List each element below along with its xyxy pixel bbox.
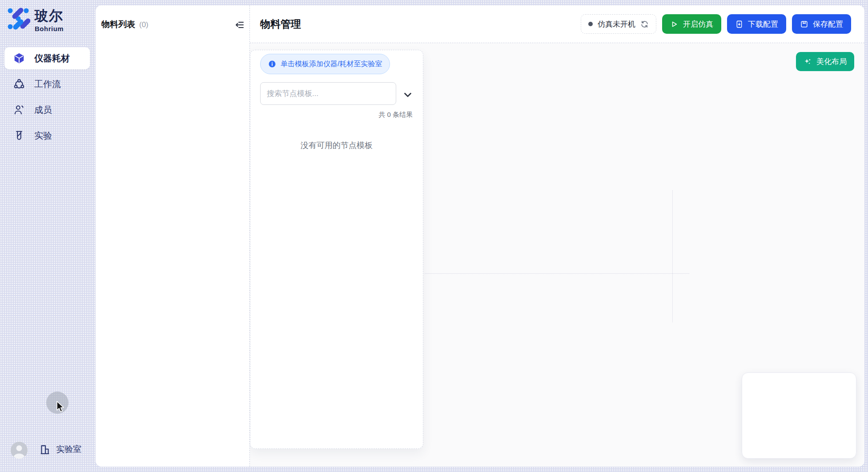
sidebar-item-label: 工作流 — [34, 78, 61, 90]
hint-banner: 单击模板添加仪器/耗材至实验室 — [260, 54, 390, 74]
brand-subtitle: Bohrium — [35, 25, 64, 32]
simulation-status-pill[interactable]: 仿真未开机 — [581, 14, 656, 34]
beautify-layout-label: 美化布局 — [816, 56, 847, 67]
empty-templates-text: 没有可用的节点模板 — [250, 140, 423, 151]
download-config-label: 下载配置 — [748, 19, 778, 29]
sidebar-item-members[interactable]: 成员 — [4, 99, 90, 121]
download-config-button[interactable]: 下载配置 — [727, 14, 786, 34]
sidebar-item-label: 实验 — [34, 130, 52, 142]
workflow-icon — [13, 78, 25, 90]
sidebar-item-workflow[interactable]: 工作流 — [4, 73, 90, 95]
main-card: 物料列表 (0) 物料管理 仿真未开机 — [96, 5, 864, 467]
chevron-down-icon[interactable] — [402, 89, 414, 100]
sparkles-icon — [804, 57, 812, 66]
topbar: 物料管理 仿真未开机 开启仿真 — [250, 5, 864, 43]
sidebar-item-label: 成员 — [34, 104, 52, 116]
results-count: 共 0 条结果 — [378, 111, 413, 119]
canvas-guide-vertical — [672, 190, 673, 322]
template-search-input[interactable] — [260, 82, 396, 105]
layout-canvas[interactable]: 单击模板添加仪器/耗材至实验室 共 0 条结果 没有可用的节点模板 美化布局 — [250, 43, 864, 467]
materials-list-title: 物料列表 — [101, 19, 135, 30]
topbar-actions: 仿真未开机 开启仿真 — [581, 14, 851, 34]
start-simulation-label: 开启仿真 — [683, 19, 713, 29]
node-template-panel: 单击模板添加仪器/耗材至实验室 共 0 条结果 没有可用的节点模板 — [250, 50, 423, 449]
status-dot-icon — [588, 22, 593, 26]
simulation-status-text: 仿真未开机 — [598, 19, 635, 29]
app-root: { "sidebar": { "brand": { "name": "玻尔", … — [0, 0, 868, 472]
members-icon — [13, 104, 25, 116]
lab-label: 实验室 — [56, 444, 81, 455]
minimap-panel[interactable] — [742, 372, 856, 459]
content-section: 物料管理 仿真未开机 开启仿真 — [250, 5, 864, 467]
materials-list-panel: 物料列表 (0) — [96, 5, 250, 467]
info-icon — [268, 60, 276, 68]
materials-list-count: (0) — [139, 20, 149, 29]
beautify-layout-button[interactable]: 美化布局 — [796, 52, 854, 71]
hint-banner-text: 单击模板添加仪器/耗材至实验室 — [281, 60, 382, 69]
collapse-panel-icon[interactable] — [234, 20, 245, 30]
bohrium-logo-icon — [6, 6, 30, 30]
sidebar-item-label: 仪器耗材 — [34, 52, 70, 64]
sidebar: 玻尔 Bohrium 仪器耗材 工作流 — [0, 0, 96, 472]
sidebar-nav: 仪器耗材 工作流 成员 实验 — [4, 47, 90, 147]
test-tube-icon — [13, 130, 25, 141]
refresh-icon[interactable] — [640, 20, 649, 28]
play-icon — [670, 20, 679, 28]
save-config-button[interactable]: 保存配置 — [792, 14, 851, 34]
sidebar-item-experiment[interactable]: 实验 — [4, 124, 90, 147]
file-download-icon — [735, 20, 743, 28]
materials-list-header: 物料列表 (0) — [101, 19, 149, 30]
brand-text: 玻尔 Bohrium — [35, 6, 64, 32]
mouse-cursor — [56, 400, 68, 414]
cube-icon — [13, 52, 25, 64]
avatar-person-icon — [11, 442, 28, 459]
lab-link[interactable]: 实验室 — [39, 444, 81, 455]
building-icon — [39, 444, 51, 455]
user-avatar[interactable] — [11, 442, 28, 459]
save-config-label: 保存配置 — [813, 19, 843, 29]
brand-name: 玻尔 — [35, 9, 64, 23]
save-icon — [800, 20, 808, 28]
sidebar-item-instruments[interactable]: 仪器耗材 — [4, 47, 90, 69]
start-simulation-button[interactable]: 开启仿真 — [662, 14, 721, 34]
brand[interactable]: 玻尔 Bohrium — [6, 6, 64, 32]
page-title: 物料管理 — [260, 17, 301, 31]
canvas-guide-horizontal — [425, 273, 689, 274]
